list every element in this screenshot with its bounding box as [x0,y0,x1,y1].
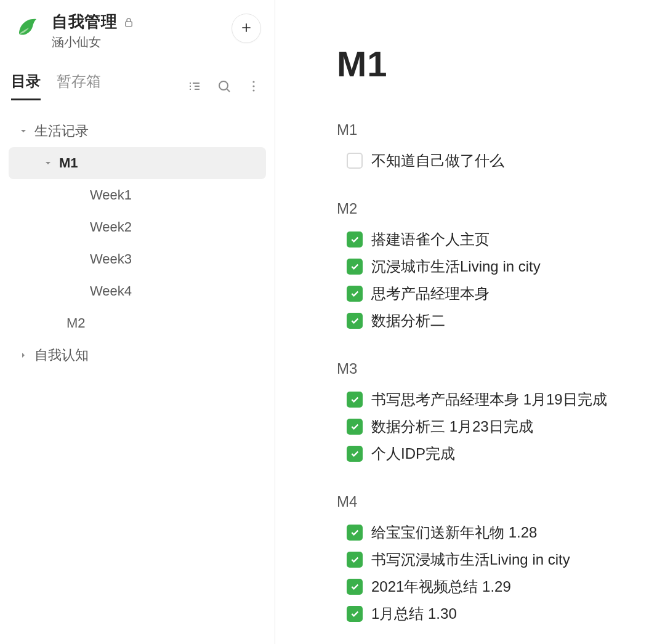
section-m2: M2 搭建语雀个人主页 沉浸城市生活Living in city 思考产品经理本… [337,200,640,334]
sidebar-tabs-row: 目录 暂存箱 [0,71,275,100]
section-heading: M4 [337,493,640,510]
tree-label: M2 [66,315,86,331]
task-text: 搭建语雀个人主页 [371,230,490,249]
checkbox-checked-icon[interactable] [347,552,363,568]
task-row[interactable]: 搭建语雀个人主页 [337,226,640,253]
tree-item-life-record[interactable]: 生活记录 [9,115,266,147]
task-row[interactable]: 数据分析三 1月23日完成 [337,413,640,440]
svg-point-3 [252,85,254,87]
section-m3: M3 书写思考产品经理本身 1月19日完成 数据分析三 1月23日完成 个人ID… [337,360,640,467]
tree-label: Week1 [90,187,132,203]
svg-point-4 [252,89,254,91]
svg-point-2 [252,81,254,83]
caret-right-icon [18,352,28,358]
task-text: 数据分析二 [371,311,445,331]
svg-point-1 [219,81,228,90]
checkbox-checked-icon[interactable] [347,606,363,622]
task-row[interactable]: 不知道自己做了什么 [337,147,640,174]
more-vertical-icon[interactable] [246,79,261,94]
task-row[interactable]: 1月总结 1.30 [337,600,640,627]
task-row[interactable]: 数据分析二 [337,307,640,334]
checkbox-checked-icon[interactable] [347,419,363,435]
tree-label: 自我认知 [34,346,89,364]
tree-nav: 生活记录 M1 Week1 Week2 Week3 Week4 M2 自我认 [0,115,275,371]
section-heading: M2 [337,200,640,217]
task-row[interactable]: 书写沉浸城市生活Living in city [337,546,640,573]
tree-item-m1[interactable]: M1 [9,147,266,179]
task-row[interactable]: 书写思考产品经理本身 1月19日完成 [337,386,640,413]
notebook-title: 自我管理 [52,11,117,33]
task-row[interactable]: 2021年视频总结 1.29 [337,573,640,600]
task-row[interactable]: 沉浸城市生活Living in city [337,253,640,280]
checkbox-checked-icon[interactable] [347,579,363,595]
plus-icon [240,18,252,38]
task-text: 2021年视频总结 1.29 [371,577,511,597]
add-button[interactable] [232,14,261,43]
sidebar-tabs: 目录 暂存箱 [11,71,174,100]
tree-label: M1 [59,155,78,171]
tree-label: 生活记录 [34,122,89,140]
tree-item-self-know[interactable]: 自我认知 [9,339,266,371]
tree-item-m2[interactable]: M2 [9,307,266,339]
task-text: 思考产品经理本身 [371,284,490,304]
task-text: 数据分析三 1月23日完成 [371,417,533,437]
task-text: 书写思考产品经理本身 1月19日完成 [371,390,607,409]
task-text: 不知道自己做了什么 [371,151,504,171]
task-row[interactable]: 个人IDP完成 [337,440,640,467]
notebook-title-block: 自我管理 涵小仙女 [52,11,223,50]
task-text: 个人IDP完成 [371,444,455,464]
outline-icon[interactable] [187,79,202,94]
sidebar: 自我管理 涵小仙女 目录 暂存箱 [0,0,275,644]
tree-label: Week4 [90,283,132,299]
search-icon[interactable] [217,79,232,94]
main-content: M1 M1 不知道自己做了什么 M2 搭建语雀个人主页 沉浸城市生活Living… [275,0,665,644]
tree-item-week4[interactable]: Week4 [9,275,266,307]
section-heading: M3 [337,360,640,377]
lock-icon [123,17,134,28]
caret-down-icon [43,160,53,166]
tab-catalog[interactable]: 目录 [11,71,41,100]
checkbox-checked-icon[interactable] [347,392,363,408]
author-name: 涵小仙女 [52,34,223,50]
checkbox-checked-icon[interactable] [347,313,363,329]
task-row[interactable]: 给宝宝们送新年礼物 1.28 [337,519,640,546]
section-m1: M1 不知道自己做了什么 [337,121,640,174]
checkbox-checked-icon[interactable] [347,446,363,462]
tree-item-week1[interactable]: Week1 [9,179,266,211]
task-text: 沉浸城市生活Living in city [371,257,541,276]
svg-rect-0 [126,22,132,26]
tree-item-week3[interactable]: Week3 [9,243,266,275]
bird-logo-icon [11,11,43,43]
checkbox-checked-icon[interactable] [347,525,363,541]
task-text: 书写沉浸城市生活Living in city [371,550,570,570]
tree-item-week2[interactable]: Week2 [9,211,266,243]
checkbox-checked-icon[interactable] [347,231,363,248]
page-title: M1 [337,43,640,84]
sidebar-header: 自我管理 涵小仙女 [0,11,275,50]
checkbox-checked-icon[interactable] [347,259,363,275]
section-m4: M4 给宝宝们送新年礼物 1.28 书写沉浸城市生活Living in city… [337,493,640,627]
caret-down-icon [18,128,28,134]
tree-label: Week2 [90,219,132,235]
checkbox-checked-icon[interactable] [347,286,363,302]
task-text: 给宝宝们送新年礼物 1.28 [371,523,537,542]
task-row[interactable]: 思考产品经理本身 [337,280,640,307]
checkbox-unchecked-icon[interactable] [347,153,363,169]
section-heading: M1 [337,121,640,139]
task-text: 1月总结 1.30 [371,604,457,624]
tree-label: Week3 [90,251,132,267]
tab-draftbox[interactable]: 暂存箱 [57,71,101,100]
